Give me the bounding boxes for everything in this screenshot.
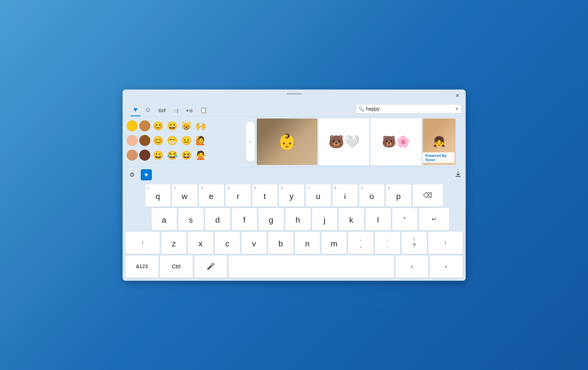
tab-emoji[interactable]: ☺ xyxy=(142,104,154,116)
search-input[interactable] xyxy=(366,106,453,112)
emoji-rofl[interactable]: 😆 xyxy=(180,149,193,161)
key-o[interactable]: 9 o xyxy=(359,184,384,207)
bottom-toolbar: ⚙ ♥ xyxy=(123,167,466,182)
key-f[interactable]: f xyxy=(232,208,257,230)
emoji-row-2: 😊 😁 😐 🙋 xyxy=(127,134,240,147)
key-b[interactable]: b xyxy=(268,232,293,254)
key-c[interactable]: c xyxy=(215,232,240,254)
key-w[interactable]: 2 w xyxy=(172,184,197,207)
tab-clipboard[interactable]: 📋 xyxy=(197,105,210,116)
emoji-grinning-face-2[interactable]: 😄 xyxy=(166,120,179,132)
emoji-raised-hands[interactable]: 🙌 xyxy=(194,120,207,132)
key-i[interactable]: 8 i xyxy=(332,184,358,207)
key-v[interactable]: v xyxy=(241,232,267,254)
gif-baby[interactable]: 👶 xyxy=(257,119,317,165)
svg-rect-0 xyxy=(456,176,461,177)
emoji-raise-hand[interactable]: 🙋 xyxy=(194,134,207,147)
search-bar: 🔍 ✕ xyxy=(356,104,462,113)
key-x[interactable]: x xyxy=(188,232,213,254)
key-num-sym[interactable]: &123 xyxy=(126,255,158,278)
emoji-neutral[interactable]: 😐 xyxy=(180,134,193,147)
key-m[interactable]: m xyxy=(321,232,347,254)
key-mic[interactable]: 🎤 xyxy=(194,255,227,278)
key-d[interactable]: d xyxy=(205,208,230,230)
gif-section: 👶 🐻🤍 🐻🌸 👧 Powered By Tenor xyxy=(257,117,466,167)
key-k[interactable]: k xyxy=(339,208,364,230)
gif-child[interactable]: 👧 Powered By Tenor xyxy=(423,119,456,165)
key-s[interactable]: s xyxy=(178,208,204,230)
key-row-2: a s d f g h j k l xyxy=(126,208,463,230)
key-r[interactable]: 4 r xyxy=(226,184,251,207)
emoji-no-sign[interactable]: 🙅 xyxy=(194,149,207,161)
key-g[interactable]: g xyxy=(259,208,284,230)
keyboard-area: 1 q 2 w 3 e 4 r 5 t 6 y xyxy=(123,182,466,281)
key-row-1: 1 q 2 w 3 e 4 r 5 t 6 y xyxy=(126,184,463,207)
key-period[interactable]: : . xyxy=(375,232,400,254)
key-backspace[interactable]: ⌫ xyxy=(413,184,443,207)
skin-tone-dark[interactable] xyxy=(139,135,150,146)
key-u[interactable]: 7 u xyxy=(306,184,331,207)
key-nav-right[interactable]: › xyxy=(430,255,463,278)
key-j[interactable]: j xyxy=(312,208,337,230)
emoji-smile[interactable]: 😊 xyxy=(152,134,164,147)
tab-recent[interactable]: ♥ xyxy=(131,104,141,116)
tab-bar: ♥ ☺ GIF ;-) ✦⊗ 📋 xyxy=(127,102,356,116)
skin-tone-light[interactable] xyxy=(127,135,138,146)
emoji-laughing[interactable]: 😂 xyxy=(166,149,179,161)
search-icon: 🔍 xyxy=(358,106,364,112)
key-n[interactable]: n xyxy=(295,232,320,254)
key-h[interactable]: h xyxy=(285,208,311,230)
emoji-panel-window: ✕ ♥ ☺ GIF ;-) ✦⊗ 📋 🔍 ✕ 😊 😄 😸 xyxy=(123,90,466,281)
key-l[interactable]: l xyxy=(366,208,391,230)
key-p[interactable]: 0 p xyxy=(386,184,411,207)
key-comma[interactable]: ; , xyxy=(348,232,373,254)
emoji-section: 😊 😄 😸 🙌 😊 😁 😐 🙋 😀 😂 😆 🙅 xyxy=(123,117,244,167)
key-apostrophe[interactable]: " ' xyxy=(392,208,417,230)
close-button[interactable]: ✕ xyxy=(454,92,462,100)
emoji-cat-face[interactable]: 😸 xyxy=(180,120,193,132)
gif-bears2[interactable]: 🐻🌸 xyxy=(371,119,421,165)
tab-gif[interactable]: GIF xyxy=(155,106,170,116)
emoji-grin[interactable]: 😁 xyxy=(166,134,179,147)
tab-kaomoji[interactable]: ;-) xyxy=(171,106,181,116)
key-space[interactable] xyxy=(229,255,394,278)
key-enter[interactable]: ↵ xyxy=(419,208,449,230)
emoji-grinning-face[interactable]: 😊 xyxy=(152,120,164,132)
download-button[interactable] xyxy=(455,170,462,179)
skin-tone-tan[interactable] xyxy=(139,120,150,131)
titlebar: ✕ xyxy=(123,90,466,102)
scroll-right-button[interactable]: › xyxy=(246,122,255,162)
key-shift-right[interactable]: ↑ xyxy=(428,232,463,254)
clipboard-toolbar-button[interactable]: ♥ xyxy=(141,169,152,180)
powered-by-tenor: Powered By Tenor xyxy=(423,152,455,163)
search-clear-button[interactable]: ✕ xyxy=(455,106,459,112)
key-y[interactable]: 6 y xyxy=(279,184,304,207)
titlebar-drag-handle xyxy=(287,93,302,95)
key-z[interactable]: z xyxy=(161,232,186,254)
tab-symbols[interactable]: ✦⊗ xyxy=(182,106,196,116)
skin-tone-yellow[interactable] xyxy=(127,120,138,131)
emoji-row-3: 😀 😂 😆 🙅 xyxy=(127,149,240,161)
key-nav-left[interactable]: ‹ xyxy=(396,255,428,278)
emoji-big-grin[interactable]: 😀 xyxy=(152,149,164,161)
content-area: 😊 😄 😸 🙌 😊 😁 😐 🙋 😀 😂 😆 🙅 xyxy=(123,117,466,167)
key-a[interactable]: a xyxy=(152,208,177,230)
skin-tone-deeper[interactable] xyxy=(139,150,150,161)
key-question[interactable]: ! ? xyxy=(402,232,427,254)
key-ctrl[interactable]: Ctrl xyxy=(160,255,193,278)
gif-bears1[interactable]: 🐻🤍 xyxy=(319,119,369,165)
key-row-bottom: &123 Ctrl 🎤 ‹ › xyxy=(126,255,463,278)
key-t[interactable]: 5 t xyxy=(252,184,277,207)
key-row-3: ↑ z x c v b n m ; xyxy=(126,232,463,254)
emoji-row-1: 😊 😄 😸 🙌 xyxy=(127,120,240,132)
key-q[interactable]: 1 q xyxy=(145,184,171,207)
skin-tone-medium[interactable] xyxy=(127,150,138,161)
key-shift-left[interactable]: ↑ xyxy=(126,232,160,254)
key-e[interactable]: 3 e xyxy=(199,184,224,207)
settings-button[interactable]: ⚙ xyxy=(127,169,138,180)
